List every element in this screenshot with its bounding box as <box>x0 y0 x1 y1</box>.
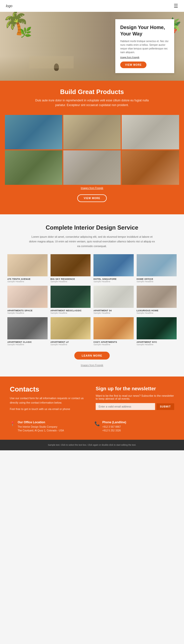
portfolio-img-8 <box>7 317 48 339</box>
portfolio-item-6: APARTMENT 34Sample Headline <box>93 286 134 314</box>
learn-more-wrapper: LEARN MORE <box>7 346 177 362</box>
office-line-1: The Interior Design Studio Company <box>18 425 64 429</box>
contacts-section: Contacts Use our contact form for all in… <box>0 376 184 420</box>
portfolio-item-2: HOTEL SINGAPORESample Headline <box>93 254 134 283</box>
image-grid-section: Images from Freepik VIEW MORE <box>0 115 184 214</box>
portfolio-img-4 <box>7 286 48 308</box>
portfolio-img-11 <box>137 317 177 339</box>
grid-image-2 <box>63 115 121 149</box>
portfolio-img-5 <box>51 286 91 308</box>
grid-img-bedroom <box>63 150 121 185</box>
grid-image-5 <box>63 150 121 185</box>
portfolio-freepik-note: Images from Freepik <box>7 362 177 367</box>
portfolio-sub-5: Sample Headline <box>51 312 91 314</box>
plant-decoration-small: 🌿 <box>20 26 32 38</box>
office-location-item: 📍 Our Office Location The Interior Desig… <box>10 420 90 432</box>
phone-location-item: 📞 Phone (Landline) +912 3 567 8867 +912 … <box>94 420 174 432</box>
portfolio-sub-7: Sample Headline <box>137 312 177 314</box>
portfolio-img-3 <box>137 254 177 276</box>
portfolio-sub-3: Sample Headline <box>137 280 177 283</box>
portfolio-sub-1: Sample Headline <box>51 280 91 283</box>
hero-body: Habitant morbi tristique senectus et. Ne… <box>120 39 169 54</box>
grid-img-blue <box>5 115 62 149</box>
portfolio-item-7: LUXURIOUS HOMESample Headline <box>137 286 177 314</box>
portfolio-sub-9: Sample Headline <box>51 343 91 346</box>
grid-view-more-button[interactable]: VIEW MORE <box>77 194 106 202</box>
email-row: SUBMIT <box>96 403 174 410</box>
phone-info: Phone (Landline) +912 3 567 8867 +912 5 … <box>102 420 126 432</box>
banner-title: Build Great Products <box>10 88 174 96</box>
portfolio-sub-2: Sample Headline <box>93 280 134 283</box>
portfolio-item-4: APARTMENTS SPACESample Headline <box>7 286 48 314</box>
portfolio-title-8: APARTMENT CLASIC <box>7 341 48 343</box>
contacts-left: Contacts Use our contact form for all in… <box>10 385 88 413</box>
contacts-desc1: Use our contact form for all information… <box>10 396 88 405</box>
portfolio-grid: 475 TENTH AVENUESample HeadlineBIG SKY R… <box>7 254 177 346</box>
portfolio-title-10: COZY APARTMENTS <box>93 341 134 343</box>
location-row: 📍 Our Office Location The Interior Desig… <box>0 420 184 440</box>
hero-title: Design Your Home, Your Way <box>120 24 169 37</box>
grid-image-3 <box>122 115 179 149</box>
portfolio-item-11: APARTMENT NYCSample Headline <box>137 317 177 346</box>
portfolio-item-5: APARTMENT NEOCLASSICSample Headline <box>51 286 91 314</box>
menu-icon[interactable]: ☰ <box>174 3 178 9</box>
location-pin-icon: 📍 <box>10 421 15 426</box>
portfolio-item-8: APARTMENT CLASICSample Headline <box>7 317 48 346</box>
office-location-title: Our Office Location <box>18 420 64 424</box>
shelf-decoration <box>29 56 74 68</box>
portfolio-item-9: APARTMENT LFSample Headline <box>51 317 91 346</box>
portfolio-sub-8: Sample Headline <box>7 343 48 346</box>
portfolio-sub-4: Sample Headline <box>7 312 48 314</box>
newsletter-desc: Want to be the first to read our news? S… <box>96 394 174 400</box>
grid-freepik-note: Images from Freepik <box>0 185 184 190</box>
hero-section: 🌴 🌿 🪴 Design Your Home, Your Way Habitan… <box>0 12 184 81</box>
portfolio-img-2 <box>93 254 134 276</box>
portfolio-sub-0: Sample Headline <box>7 280 48 283</box>
portfolio-img-7 <box>137 286 177 308</box>
portfolio-title-11: APARTMENT NYC <box>137 341 177 343</box>
orange-banner-section: Build Great Products Duis aute irure dol… <box>0 81 184 115</box>
learn-more-button[interactable]: LEARN MORE <box>74 352 110 360</box>
email-input[interactable] <box>96 403 155 410</box>
grid-img-wood <box>122 150 179 185</box>
portfolio-img-1 <box>51 254 91 276</box>
portfolio-item-1: BIG SKY RESIDENCESample Headline <box>51 254 91 283</box>
portfolio-title-6: APARTMENT 34 <box>93 309 134 312</box>
phone-line-1: +912 3 567 8867 <box>102 425 126 429</box>
portfolio-title-0: 475 TENTH AVENUE <box>7 278 48 280</box>
portfolio-item-10: COZY APARTMENTSSample Headline <box>93 317 134 346</box>
portfolio-title-5: APARTMENT NEOCLASSIC <box>51 309 91 312</box>
contacts-right: Sign up for the newsletter Want to be th… <box>96 385 174 413</box>
grid-img-kitchen <box>122 115 179 149</box>
portfolio-title-3: HOME OFFICE <box>137 278 177 280</box>
grid-image-6 <box>122 150 179 185</box>
portfolio-title-7: LUXURIOUS HOME <box>137 309 177 312</box>
portfolio-item-0: 475 TENTH AVENUESample Headline <box>7 254 48 283</box>
portfolio-sub-6: Sample Headline <box>93 312 134 314</box>
logo: logo <box>6 4 12 8</box>
portfolio-sub-11: Sample Headline <box>137 343 177 346</box>
hero-view-more-button[interactable]: VIEW MORE <box>120 62 146 68</box>
image-grid <box>0 115 184 185</box>
interior-body: Lorem ipsum dolor sit amet, consectetur … <box>28 234 156 248</box>
footer-text: Sample text. Click to select the text bo… <box>5 443 179 447</box>
portfolio-img-9 <box>51 317 91 339</box>
grid-image-1 <box>5 115 62 149</box>
interior-section: Complete Interior Design Service Lorem i… <box>0 214 184 376</box>
interior-title: Complete Interior Design Service <box>7 224 177 231</box>
phone-icon: 📞 <box>94 421 100 426</box>
submit-button[interactable]: SUBMIT <box>157 403 174 410</box>
grid-img-plants <box>5 150 62 185</box>
grid-image-4 <box>5 150 62 185</box>
footer: Sample text. Click to select the text bo… <box>0 440 184 450</box>
hero-card: Design Your Home, Your Way Habitant morb… <box>115 19 174 73</box>
portfolio-img-10 <box>93 317 134 339</box>
office-info: Our Office Location The Interior Design … <box>18 420 64 432</box>
portfolio-title-4: APARTMENTS SPACE <box>7 309 48 312</box>
portfolio-item-3: HOME OFFICESample Headline <box>137 254 177 283</box>
banner-body: Duis aute irure dolor in reprehenderit i… <box>31 98 153 108</box>
grid-img-warm <box>63 115 121 149</box>
portfolio-img-0 <box>7 254 48 276</box>
newsletter-title: Sign up for the newsletter <box>96 385 174 392</box>
view-more-wrapper: VIEW MORE <box>0 190 184 210</box>
